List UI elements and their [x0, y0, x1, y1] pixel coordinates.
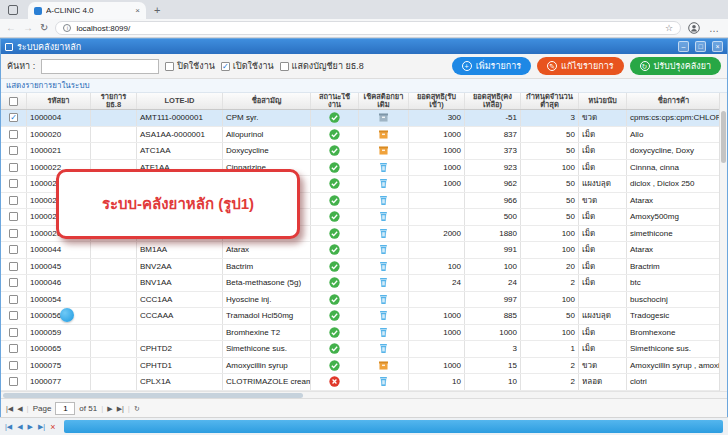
- row-checkbox[interactable]: [9, 146, 18, 155]
- bucket-blue-icon[interactable]: [378, 195, 389, 206]
- show-account-checkbox[interactable]: [280, 62, 289, 71]
- column-header-list8[interactable]: รายการ ยธ.8: [91, 93, 137, 109]
- row-checkbox[interactable]: [9, 377, 18, 386]
- row-checkbox[interactable]: [9, 229, 18, 238]
- box-orange-icon[interactable]: [378, 129, 389, 140]
- column-header-remaining[interactable]: ยอดสุทธิ(คงเหลือ): [465, 93, 521, 109]
- bucket-blue-icon[interactable]: [378, 327, 389, 338]
- row-checkbox[interactable]: [9, 245, 18, 254]
- bucket-blue-icon[interactable]: [378, 294, 389, 305]
- table-row[interactable]: 1000020ASA1AA-0000001Allopurinol10008375…: [1, 127, 721, 144]
- box-gray-icon[interactable]: [378, 112, 389, 123]
- horizontal-scrollbar-thumb[interactable]: [3, 393, 303, 398]
- column-header-status[interactable]: สถานะใช้งาน: [311, 93, 359, 109]
- column-header-stock[interactable]: เช็คสต็อกยาเดิม: [359, 93, 409, 109]
- page-first-icon[interactable]: |◀: [6, 405, 13, 413]
- window-minimize-icon[interactable]: –: [678, 41, 689, 52]
- add-item-button[interactable]: + เพิ่มรายการ: [452, 57, 531, 75]
- forward-icon[interactable]: →: [23, 23, 33, 33]
- browser-menu-icon[interactable]: …: [709, 23, 720, 34]
- favorite-star-icon[interactable]: ☆: [665, 23, 673, 33]
- task-strip[interactable]: [64, 420, 723, 433]
- back-icon[interactable]: ←: [6, 23, 16, 33]
- page-prev-icon[interactable]: ◀: [17, 405, 22, 413]
- enabled-filter[interactable]: ✓ เปิดใช้งาน: [221, 59, 274, 73]
- enabled-checkbox[interactable]: ✓: [221, 62, 230, 71]
- bucket-blue-icon[interactable]: [378, 228, 389, 239]
- bucket-blue-icon[interactable]: [378, 261, 389, 272]
- column-header-min[interactable]: กำหนดจำนวนต่ำสุด: [521, 93, 579, 109]
- page-number-input[interactable]: [55, 402, 75, 415]
- bottom-first-icon[interactable]: |◀: [5, 423, 12, 431]
- table-row[interactable]: 1000075CPHTD1Amoxycillin syrup1000152ขวด…: [1, 358, 721, 375]
- row-checkbox[interactable]: [9, 361, 18, 370]
- update-stock-button[interactable]: ↻ ปรับปรุงคลังยา: [630, 57, 721, 75]
- bottom-close-icon[interactable]: ×: [50, 422, 55, 432]
- row-checkbox[interactable]: [9, 311, 18, 320]
- column-header-lote[interactable]: LOTE-ID: [137, 93, 223, 109]
- edit-item-button[interactable]: ✎ แก้ไขรายการ: [537, 57, 623, 75]
- box-orange-icon[interactable]: [378, 145, 389, 156]
- tab-search-icon[interactable]: [8, 5, 18, 15]
- bucket-blue-icon[interactable]: [378, 376, 389, 387]
- table-row[interactable]: 1000054CCC1AAHyoscine inj.997100buschoci…: [1, 292, 721, 309]
- row-checkbox[interactable]: [9, 295, 18, 304]
- bottom-prev-icon[interactable]: ◀: [17, 423, 22, 431]
- page-next-icon[interactable]: ▶: [107, 405, 112, 413]
- row-checkbox[interactable]: [9, 212, 18, 221]
- table-row[interactable]: 1000077CPLX1ACLOTRIMAZOLE cream10102หลอด…: [1, 374, 721, 391]
- table-row[interactable]: 1000056CCCAAATramadol Hcl50mg100088550แผ…: [1, 308, 721, 325]
- bucket-blue-icon[interactable]: [378, 211, 389, 222]
- profile-icon[interactable]: [688, 22, 700, 34]
- row-checkbox[interactable]: [9, 179, 18, 188]
- window-maximize-icon[interactable]: □: [695, 41, 706, 52]
- row-checkbox[interactable]: [9, 328, 18, 337]
- browser-tab[interactable]: A-CLINIC 4.0 ×: [28, 2, 146, 19]
- row-checkbox[interactable]: [9, 344, 18, 353]
- show-account-filter[interactable]: แสดงบัญชียา ยธ.8: [280, 59, 364, 73]
- bucket-blue-icon[interactable]: [378, 310, 389, 321]
- table-row[interactable]: ✓1000004AMT111-0000001CPM syr.300-513ขวด…: [1, 110, 721, 127]
- column-header-received[interactable]: ยอดสุทธิ(รับเข้า): [409, 93, 465, 109]
- row-checkbox[interactable]: [9, 163, 18, 172]
- bucket-blue-icon[interactable]: [378, 178, 389, 189]
- table-row[interactable]: 1000046BNV1AABeta-methasone (5g)24242เม็…: [1, 275, 721, 292]
- page-last-icon[interactable]: ▶|: [117, 405, 124, 413]
- bucket-blue-icon[interactable]: [378, 162, 389, 173]
- vertical-scrollbar-thumb[interactable]: [721, 111, 726, 163]
- table-row[interactable]: 1000021ATC1AADoxycycline100037350เม็ดdox…: [1, 143, 721, 160]
- new-tab-button[interactable]: +: [154, 4, 160, 16]
- disabled-filter[interactable]: ปิดใช้งาน: [165, 59, 215, 73]
- row-checkbox[interactable]: [9, 262, 18, 271]
- select-all-header-cell[interactable]: [1, 93, 27, 109]
- row-checkbox[interactable]: [9, 278, 18, 287]
- table-row[interactable]: 1000045BNV2AABactrim10010020เม็ดBractrim: [1, 259, 721, 276]
- site-info-icon[interactable]: i: [63, 24, 71, 32]
- tab-close-icon[interactable]: ×: [135, 6, 140, 15]
- table-row[interactable]: 1000059Bromhexine T210001000100เม็ดBromh…: [1, 325, 721, 342]
- table-row[interactable]: 1000065CPHTD2Simethicone sus.31เม็ดSimet…: [1, 341, 721, 358]
- bucket-blue-icon[interactable]: [378, 277, 389, 288]
- horizontal-scrollbar[interactable]: [1, 391, 727, 398]
- bottom-last-icon[interactable]: ▶|: [38, 423, 45, 431]
- bucket-blue-icon[interactable]: [378, 343, 389, 354]
- search-input[interactable]: [41, 59, 159, 74]
- column-header-name[interactable]: ชื่อสามัญ: [223, 93, 311, 109]
- bucket-blue-icon[interactable]: [378, 244, 389, 255]
- column-header-code[interactable]: รหัสยา: [27, 93, 91, 109]
- vertical-scrollbar[interactable]: [719, 93, 727, 391]
- window-close-icon[interactable]: ×: [712, 41, 723, 52]
- bottom-next-icon[interactable]: ▶: [28, 423, 33, 431]
- row-checkbox[interactable]: [9, 196, 18, 205]
- page-refresh-icon[interactable]: ↻: [134, 405, 140, 413]
- column-header-unit[interactable]: หน่วยนับ: [579, 93, 627, 109]
- url-field[interactable]: i localhost:8099/ ☆: [55, 21, 681, 35]
- row-checkbox[interactable]: ✓: [9, 113, 18, 122]
- table-row[interactable]: 1000044BM1AAAtarax991100เม็ดAtarax: [1, 242, 721, 259]
- column-header-trade[interactable]: ชื่อการค้า: [627, 93, 721, 109]
- row-checkbox[interactable]: [9, 130, 18, 139]
- disabled-checkbox[interactable]: [165, 62, 174, 71]
- select-all-checkbox[interactable]: [9, 97, 18, 106]
- box-orange-icon[interactable]: [378, 360, 389, 371]
- refresh-icon[interactable]: ↻: [40, 23, 48, 33]
